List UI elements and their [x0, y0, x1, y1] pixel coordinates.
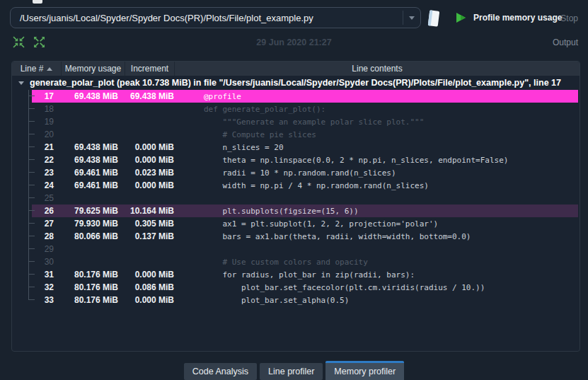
- function-root-row[interactable]: generate_polar_plot (peak 10.738 MiB) in…: [12, 76, 580, 90]
- tab-line-profiler[interactable]: Line profiler: [260, 363, 323, 380]
- line-number-cell: 27: [32, 219, 54, 229]
- line-number-cell: 21: [32, 142, 54, 152]
- output-button[interactable]: Output: [553, 38, 578, 47]
- table-row[interactable]: 19 """Generate an example polar slice pl…: [32, 115, 578, 128]
- memory-usage-cell: 69.438 MiB: [54, 91, 118, 101]
- memory-usage-cell: 69.461 MiB: [54, 168, 118, 178]
- line-number-cell: 29: [32, 244, 54, 254]
- header-memory-usage[interactable]: Memory usage: [62, 62, 125, 76]
- combobox-dropdown-button[interactable]: [403, 11, 420, 25]
- increment-cell: 0.000 MiB: [118, 142, 174, 152]
- increment-cell: 0.000 MiB: [118, 155, 174, 165]
- memory-usage-cell: 69.438 MiB: [54, 142, 118, 152]
- line-number-cell: 23: [32, 168, 54, 178]
- code-cell: bars = ax1.bar(theta, radii, width=width…: [174, 232, 471, 241]
- code-cell: plot_bar.set_facecolor(plt.cm.viridis(ra…: [174, 283, 485, 292]
- table-row[interactable]: 2880.066 MiB0.137 MiB bars = ax1.bar(the…: [32, 230, 578, 243]
- table-row[interactable]: 29: [32, 243, 578, 255]
- table-row[interactable]: 2679.625 MiB10.164 MiB plt.subplots(figs…: [32, 205, 578, 217]
- table-row[interactable]: 20 # Compute pie slices: [32, 128, 578, 141]
- play-icon: [454, 11, 467, 24]
- line-number-cell: 33: [32, 295, 54, 305]
- profiler-tabbar: Code AnalysisLine profilerMemory profile…: [0, 359, 588, 380]
- increment-cell: 0.086 MiB: [118, 282, 174, 292]
- top-tab-indicator: [33, 0, 42, 4]
- table-row[interactable]: 3180.176 MiB0.000 MiB for radius, plot_b…: [32, 268, 578, 281]
- memory-profiler-table: Line # Memory usage Increment Line conte…: [11, 61, 580, 352]
- line-number-cell: 25: [32, 193, 54, 203]
- function-root-label: generate_polar_plot (peak 10.738 MiB) in…: [30, 78, 561, 88]
- line-number-cell: 20: [32, 129, 54, 139]
- memory-usage-cell: 79.930 MiB: [54, 219, 118, 229]
- memory-usage-cell: 80.176 MiB: [54, 270, 118, 280]
- memory-usage-cell: 69.461 MiB: [54, 180, 118, 190]
- line-number-cell: 32: [32, 282, 54, 292]
- tree-expanded-icon: [18, 81, 24, 85]
- code-cell: theta = np.linspace(0.0, 2 * np.pi, n_sl…: [174, 156, 508, 165]
- profile-button-label: Profile memory usage: [473, 13, 562, 23]
- table-row[interactable]: 25: [32, 192, 578, 205]
- line-number-cell: 22: [32, 155, 54, 165]
- chevron-down-icon: [409, 16, 415, 20]
- sort-ascending-icon: [47, 67, 52, 71]
- memory-usage-cell: 79.625 MiB: [54, 206, 118, 216]
- table-row[interactable]: 18def generate_polar_plot():: [32, 103, 578, 115]
- increment-cell: 0.000 MiB: [118, 295, 174, 305]
- stop-button[interactable]: Stop: [560, 13, 578, 23]
- code-cell: # Use custom colors and opacity: [174, 258, 368, 267]
- table-row[interactable]: 2469.461 MiB0.000 MiB width = np.pi / 4 …: [32, 179, 578, 192]
- line-number-cell: 18: [32, 104, 54, 114]
- line-number-cell: 26: [32, 206, 54, 216]
- memory-usage-cell: 80.176 MiB: [54, 282, 118, 292]
- code-cell: radii = 10 * np.random.rand(n_slices): [174, 168, 396, 178]
- table-row[interactable]: 1769.438 MiB69.438 MiB@profile: [32, 90, 578, 103]
- increment-cell: 0.023 MiB: [118, 168, 174, 178]
- memory-usage-cell: 80.176 MiB: [54, 295, 118, 305]
- line-number-cell: 19: [32, 117, 54, 127]
- table-row[interactable]: 3380.176 MiB0.000 MiB plot_bar.set_alpha…: [32, 294, 578, 306]
- table-row[interactable]: 2369.461 MiB0.023 MiB radii = 10 * np.ra…: [32, 166, 578, 179]
- tab-memory-profiler[interactable]: Memory profiler: [325, 361, 404, 380]
- increment-cell: 69.438 MiB: [118, 91, 174, 101]
- code-cell: plt.subplots(figsize=(15, 6)): [174, 207, 359, 216]
- profile-memory-usage-button[interactable]: Profile memory usage: [454, 11, 562, 24]
- code-cell: @profile: [174, 92, 241, 101]
- increment-cell: 0.000 MiB: [118, 270, 174, 280]
- increment-cell: 0.305 MiB: [118, 219, 174, 229]
- code-cell: plot_bar.set_alpha(0.5): [174, 296, 349, 305]
- header-increment[interactable]: Increment: [125, 62, 175, 76]
- memory-usage-cell: 80.066 MiB: [54, 231, 118, 241]
- code-cell: # Compute pie slices: [174, 130, 316, 139]
- increment-cell: 10.164 MiB: [118, 206, 174, 216]
- table-header: Line # Memory usage Increment Line conte…: [12, 62, 580, 76]
- memory-usage-cell: 69.438 MiB: [54, 155, 118, 165]
- line-number-cell: 24: [32, 180, 54, 190]
- code-cell: """Generate an example polar slice plot.…: [174, 117, 424, 127]
- code-cell: def generate_polar_plot():: [174, 105, 325, 114]
- line-number-cell: 17: [32, 91, 54, 101]
- code-cell: width = np.pi / 4 * np.random.rand(n_sli…: [174, 181, 429, 190]
- code-cell: n_slices = 20: [174, 143, 284, 152]
- code-cell: for radius, plot_bar in zip(radii, bars)…: [174, 270, 415, 280]
- table-row[interactable]: 2169.438 MiB0.000 MiB n_slices = 20: [32, 141, 578, 154]
- header-line-contents[interactable]: Line contents: [175, 62, 580, 76]
- increment-cell: 0.000 MiB: [118, 180, 174, 190]
- line-number-cell: 30: [32, 257, 54, 267]
- table-row[interactable]: 30 # Use custom colors and opacity: [32, 255, 578, 268]
- table-row[interactable]: 2779.930 MiB0.305 MiB ax1 = plt.subplot(…: [32, 217, 578, 230]
- notebook-icon[interactable]: [425, 9, 442, 31]
- file-path-combobox[interactable]: /Users/juanis/Local/Spyder/Spyder Docs(P…: [10, 7, 421, 28]
- line-number-cell: 31: [32, 270, 54, 280]
- file-path-value: /Users/juanis/Local/Spyder/Spyder Docs(P…: [11, 13, 403, 23]
- profile-timestamp: 29 Jun 2020 21:27: [0, 38, 588, 47]
- table-row[interactable]: 3280.176 MiB0.086 MiB plot_bar.set_facec…: [32, 281, 578, 294]
- header-line-number[interactable]: Line #: [12, 62, 62, 76]
- increment-cell: 0.137 MiB: [118, 231, 174, 241]
- table-row[interactable]: 2269.438 MiB0.000 MiB theta = np.linspac…: [32, 154, 578, 166]
- tab-code-analysis[interactable]: Code Analysis: [184, 363, 257, 380]
- line-number-cell: 28: [32, 231, 54, 241]
- code-cell: ax1 = plt.subplot(1, 2, 2, projection='p…: [174, 219, 438, 229]
